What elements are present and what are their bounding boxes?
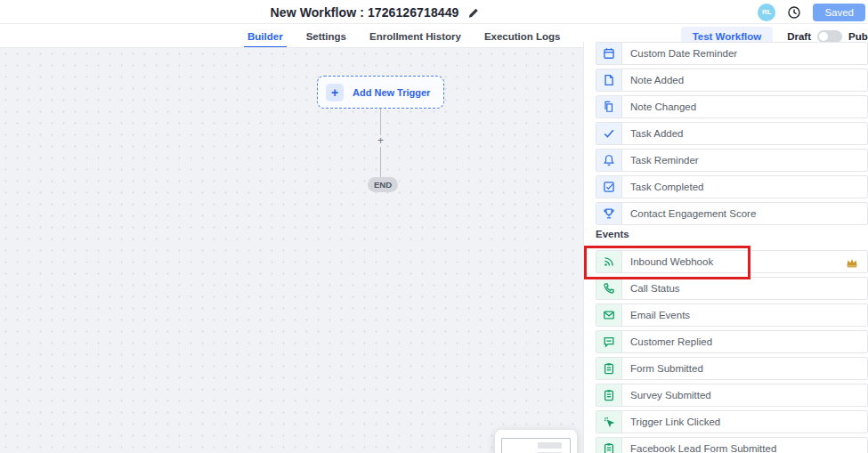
- trigger-item-call-status[interactable]: Call Status: [596, 277, 868, 300]
- draft-label: Draft: [787, 31, 811, 42]
- trigger-item-custom-date-reminder[interactable]: Custom Date Reminder: [596, 42, 868, 65]
- trigger-item-label: Custom Date Reminder: [622, 43, 737, 64]
- saved-button[interactable]: Saved: [813, 4, 865, 21]
- add-step-plus-icon[interactable]: +: [375, 135, 386, 147]
- webhook-icon: [596, 251, 622, 272]
- toggle-knob: [819, 32, 828, 41]
- trigger-item-label: Form Submitted: [622, 358, 703, 379]
- trigger-item-label: Email Events: [622, 304, 690, 326]
- history-clock-icon[interactable]: [787, 5, 801, 20]
- trigger-item-task-reminder[interactable]: Task Reminder: [596, 149, 868, 172]
- trophy-icon: [596, 203, 622, 224]
- trigger-item-label: Call Status: [622, 278, 680, 299]
- events-section-header: Events: [596, 229, 868, 241]
- placeholder-bar: [538, 442, 562, 449]
- phone-icon: [596, 278, 622, 299]
- trigger-item-form-submitted[interactable]: Form Submitted: [596, 357, 868, 380]
- clipboard-icon: [596, 438, 622, 453]
- workflow-builder-page: + Add New Trigger + END New Workflow : 1…: [0, 0, 868, 453]
- add-new-trigger-button[interactable]: + Add New Trigger: [317, 76, 444, 109]
- trigger-item-facebook-lead-form-submitted[interactable]: Facebook Lead Form Submitted: [596, 437, 868, 453]
- edit-title-pencil-icon[interactable]: [467, 6, 479, 18]
- add-new-trigger-label: Add New Trigger: [353, 87, 430, 98]
- trigger-item-contact-engagement-score[interactable]: Contact Engagement Score: [596, 202, 868, 225]
- note-icon: [596, 69, 622, 91]
- trigger-item-survey-submitted[interactable]: Survey Submitted: [596, 384, 868, 407]
- trigger-item-task-completed[interactable]: Task Completed: [596, 175, 868, 198]
- trigger-item-label: Task Completed: [622, 176, 703, 198]
- end-node: END: [368, 177, 398, 192]
- trigger-item-trigger-link-clicked[interactable]: Trigger Link Clicked: [596, 410, 868, 433]
- tab-execution-logs[interactable]: Execution Logs: [484, 24, 561, 48]
- workflow-canvas[interactable]: + Add New Trigger + END: [0, 48, 584, 453]
- envelope-icon: [596, 304, 622, 326]
- check-icon: [596, 123, 622, 144]
- clipboard-icon: [596, 358, 622, 379]
- bell-icon: [596, 150, 622, 171]
- trigger-item-inbound-webhook[interactable]: Inbound Webhook: [596, 250, 868, 273]
- link-clicked-icon: [596, 411, 622, 433]
- trigger-item-label: Task Reminder: [622, 150, 699, 171]
- premium-crown-icon: [846, 256, 858, 269]
- tab-enrollment-history[interactable]: Enrollment History: [369, 24, 461, 48]
- trigger-item-label: Note Added: [622, 69, 684, 91]
- draft-publish-toggle[interactable]: [817, 30, 842, 43]
- page-title: New Workflow : 1726126718449: [271, 5, 459, 20]
- trigger-item-label: Inbound Webhook: [622, 251, 713, 272]
- trigger-item-customer-replied[interactable]: Customer Replied: [596, 330, 868, 353]
- publish-label: Publish: [848, 31, 868, 42]
- task-completed-icon: [596, 176, 622, 198]
- chat-icon: [596, 331, 622, 352]
- trigger-item-task-added[interactable]: Task Added: [596, 122, 868, 145]
- trigger-item-label: Trigger Link Clicked: [622, 411, 720, 433]
- note-changed-icon: [596, 96, 622, 117]
- preview-popup: [495, 430, 577, 453]
- tab-settings[interactable]: Settings: [306, 24, 346, 48]
- trigger-item-label: Contact Engagement Score: [622, 203, 756, 224]
- trigger-item-label: Customer Replied: [622, 331, 712, 352]
- top-header: New Workflow : 1726126718449 RL Saved: [0, 0, 868, 24]
- trigger-item-label: Survey Submitted: [622, 384, 711, 406]
- trigger-picker-sidebar[interactable]: Custom Date Reminder Note Added Note Cha…: [583, 42, 868, 453]
- trigger-item-note-changed[interactable]: Note Changed: [596, 95, 868, 118]
- clipboard-icon: [596, 384, 622, 406]
- tab-bar: Builder Settings Enrollment History Exec…: [247, 24, 561, 48]
- trigger-item-note-added[interactable]: Note Added: [596, 69, 868, 92]
- trigger-item-email-events[interactable]: Email Events: [596, 303, 868, 327]
- calendar-icon: [596, 43, 622, 64]
- user-avatar[interactable]: RL: [758, 4, 775, 21]
- trigger-item-label: Facebook Lead Form Submitted: [622, 438, 776, 453]
- plus-icon: +: [326, 84, 344, 101]
- tab-builder[interactable]: Builder: [247, 24, 283, 48]
- trigger-item-label: Task Added: [622, 123, 683, 144]
- preview-frame: [501, 438, 571, 453]
- trigger-item-label: Note Changed: [622, 96, 696, 117]
